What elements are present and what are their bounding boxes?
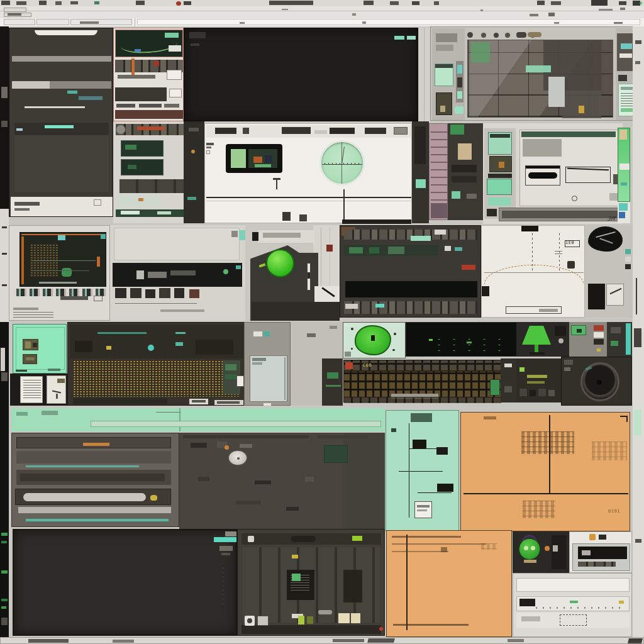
console-main	[519, 130, 623, 206]
rack-handle[interactable]	[35, 30, 97, 35]
slider-handle[interactable]	[308, 272, 310, 279]
white-notch	[619, 164, 630, 170]
green-chip	[349, 247, 363, 253]
menu-icon[interactable]	[39, 1, 47, 5]
toolbar-cluster[interactable]	[269, 1, 313, 5]
menu-cluster-dark[interactable]	[591, 0, 608, 6]
glyph-pair[interactable]	[516, 32, 526, 38]
scrollbar[interactable]	[284, 357, 286, 400]
slot[interactable]	[16, 470, 171, 485]
big-slot[interactable]	[15, 489, 171, 505]
toolbar-mark	[599, 9, 613, 11]
appliance-button[interactable]	[365, 128, 386, 134]
button[interactable]	[130, 288, 142, 298]
menu-icon-green[interactable]	[94, 1, 99, 4]
menu-icon[interactable]	[434, 1, 439, 5]
white-disc[interactable]	[228, 450, 247, 465]
button-glyph	[577, 329, 582, 333]
red-key[interactable]	[345, 362, 353, 369]
avatar-eye	[524, 546, 528, 550]
cream-button[interactable]	[351, 613, 360, 623]
numbered-button[interactable]	[257, 616, 269, 626]
menu-icon[interactable]	[55, 1, 62, 5]
thumb-photo[interactable]	[23, 339, 38, 350]
white-button[interactable]	[245, 616, 255, 626]
toolbar-divider	[0, 11, 644, 11]
cream-button[interactable]	[338, 613, 350, 623]
toolbar-box[interactable]	[36, 19, 69, 25]
glyph-dot[interactable]	[505, 33, 510, 38]
green-mark	[429, 339, 433, 341]
button[interactable]	[174, 288, 184, 298]
tick-chip	[157, 211, 171, 214]
appliance-button[interactable]	[282, 127, 311, 134]
glyph-dot[interactable]	[481, 33, 486, 38]
glyph-dot[interactable]	[467, 32, 473, 38]
menu-icon[interactable]	[16, 1, 26, 5]
dark-slot	[414, 126, 426, 164]
appliance-button[interactable]	[215, 128, 236, 134]
speckle	[351, 328, 353, 330]
black-chip	[519, 599, 535, 606]
white-dot-chip[interactable]	[248, 536, 254, 542]
band-highlight	[12, 81, 50, 89]
menu-icon[interactable]	[537, 1, 545, 5]
button[interactable]	[145, 289, 155, 298]
list-glyph	[252, 358, 266, 361]
list-window[interactable]	[250, 355, 287, 402]
menu-icon[interactable]	[619, 1, 626, 5]
toolbar-box[interactable]	[4, 19, 35, 25]
fine-print-lines	[13, 312, 53, 318]
menu-icon[interactable]	[1, 1, 10, 5]
button[interactable]	[115, 288, 126, 298]
black-band	[578, 547, 627, 559]
slider-knob[interactable]	[236, 375, 244, 387]
menu-icon[interactable]	[551, 1, 561, 5]
slot[interactable]	[16, 451, 171, 464]
menu-icon[interactable]	[70, 1, 78, 4]
button-red[interactable]	[189, 289, 199, 298]
control[interactable]	[530, 390, 536, 396]
bottom-ledge	[252, 302, 340, 321]
toolbar-long-field[interactable]	[137, 19, 640, 25]
control[interactable]	[548, 390, 555, 396]
bottom-key-row[interactable]	[344, 397, 501, 403]
dial[interactable]	[116, 125, 126, 135]
mid-band-panel	[110, 225, 245, 321]
toolbar-box[interactable]	[70, 19, 132, 25]
menu-icon[interactable]	[136, 1, 145, 5]
glyph-dot[interactable]	[494, 33, 499, 38]
menu-icon[interactable]	[412, 1, 419, 5]
hline	[464, 493, 628, 494]
red-indicator	[379, 627, 383, 631]
control[interactable]	[519, 389, 527, 396]
main-keys[interactable]	[344, 372, 501, 397]
scribble-field	[523, 501, 555, 518]
control[interactable]	[538, 389, 546, 396]
green-button[interactable]	[571, 325, 586, 335]
outlined-box	[560, 614, 587, 626]
toolbar-smudge	[80, 21, 99, 24]
slot[interactable]	[16, 437, 171, 448]
menu-icon[interactable]	[184, 1, 191, 5]
black-blob	[588, 226, 623, 252]
appliance-button[interactable]	[330, 128, 355, 134]
thumb-photo[interactable]	[23, 354, 37, 364]
circuit-chip	[437, 484, 453, 492]
keypad[interactable]: C00	[343, 360, 501, 402]
yellow-triangle	[292, 555, 298, 558]
appliance-box[interactable]	[394, 127, 408, 135]
olive-window	[489, 156, 512, 172]
menu-icon[interactable]	[364, 1, 374, 5]
menu-icon[interactable]	[390, 1, 399, 5]
button-row[interactable]	[115, 288, 209, 301]
slider-track[interactable]	[307, 263, 311, 291]
chip	[286, 507, 299, 511]
button[interactable]	[159, 288, 170, 298]
appliance-button[interactable]	[243, 128, 249, 134]
toolbar-field[interactable]	[4, 8, 26, 12]
teal-edge-chip	[239, 230, 245, 240]
edge-chip	[1, 87, 8, 98]
chip-row	[578, 562, 616, 567]
record-icon[interactable]	[176, 1, 181, 6]
